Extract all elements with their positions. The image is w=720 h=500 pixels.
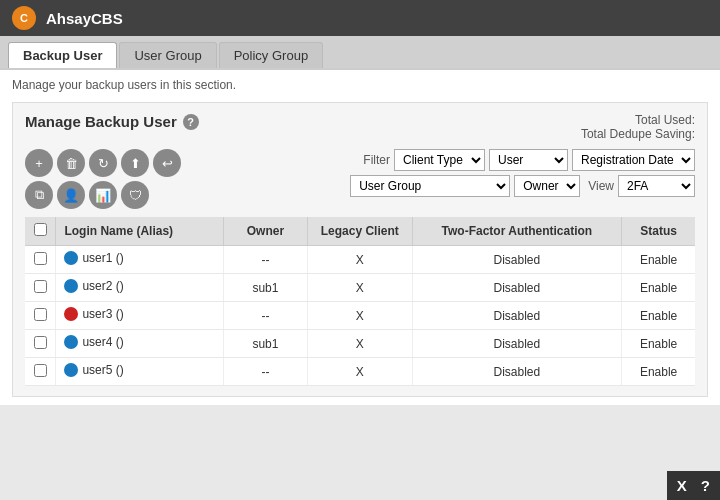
row-checkbox-cell — [25, 302, 56, 330]
user-group-select[interactable]: User Group All Groups — [350, 175, 510, 197]
toolbar-section: + 🗑 ↻ ⬆ ↩ ⧉ 👤 📊 🛡 — [25, 149, 350, 209]
col-header-twofa: Two-Factor Authentication — [412, 217, 622, 246]
row-twofa: Disabled — [412, 358, 622, 386]
row-twofa: Disabled — [412, 330, 622, 358]
row-login: user4 () — [56, 330, 224, 358]
row-checkbox-cell — [25, 246, 56, 274]
row-owner: -- — [224, 302, 308, 330]
row-login: user3 () — [56, 302, 224, 330]
row-owner: sub1 — [224, 330, 308, 358]
row-checkbox-cell — [25, 330, 56, 358]
row-checkbox-cell — [25, 274, 56, 302]
col-header-legacy: Legacy Client — [307, 217, 412, 246]
owner-select[interactable]: Owner All — [514, 175, 580, 197]
col-header-login: Login Name (Alias) — [56, 217, 224, 246]
user-select[interactable]: User All Users — [489, 149, 568, 171]
row-legacy: X — [307, 274, 412, 302]
row-status: Enable — [622, 302, 695, 330]
row-checkbox[interactable] — [34, 308, 47, 321]
help-icon[interactable]: ? — [183, 114, 199, 130]
col-header-check — [25, 217, 56, 246]
col-header-owner: Owner — [224, 217, 308, 246]
row-twofa: Disabled — [412, 246, 622, 274]
row-owner: -- — [224, 246, 308, 274]
select-all-checkbox[interactable] — [34, 223, 47, 236]
export-button[interactable]: ↩ — [153, 149, 181, 177]
table-row: user4 () sub1 X Disabled Enable — [25, 330, 695, 358]
registration-date-select[interactable]: Registration Date Today This Week — [572, 149, 695, 171]
content-area: Manage your backup users in this section… — [0, 68, 720, 405]
row-legacy: X — [307, 246, 412, 274]
tab-user-group[interactable]: User Group — [119, 42, 216, 68]
row-status: Enable — [622, 246, 695, 274]
row-checkbox[interactable] — [34, 336, 47, 349]
row-login: user5 () — [56, 358, 224, 386]
row-legacy: X — [307, 330, 412, 358]
tab-bar: Backup User User Group Policy Group — [0, 36, 720, 68]
panel-title-area: Manage Backup User ? — [25, 113, 199, 130]
shield-button[interactable]: 🛡 — [121, 181, 149, 209]
row-owner: -- — [224, 358, 308, 386]
users-table: Login Name (Alias) Owner Legacy Client T… — [25, 217, 695, 386]
row-login: user2 () — [56, 274, 224, 302]
filter-label: Filter — [363, 153, 390, 167]
add-button[interactable]: + — [25, 149, 53, 177]
help-button[interactable]: ? — [701, 477, 710, 494]
table-row: user1 () -- X Disabled Enable — [25, 246, 695, 274]
app-logo: C — [12, 6, 36, 30]
tab-policy-group[interactable]: Policy Group — [219, 42, 323, 68]
row-checkbox[interactable] — [34, 252, 47, 265]
view-label: View — [588, 179, 614, 193]
row-checkbox[interactable] — [34, 364, 47, 377]
app-title: AhsayCBS — [46, 10, 123, 27]
row-checkbox-cell — [25, 358, 56, 386]
delete-button[interactable]: 🗑 — [57, 149, 85, 177]
bottom-bar: X ? — [667, 471, 720, 500]
close-button[interactable]: X — [677, 477, 687, 494]
table-row: user2 () sub1 X Disabled Enable — [25, 274, 695, 302]
row-login: user1 () — [56, 246, 224, 274]
panel-header: Manage Backup User ? Total Used: Total D… — [25, 113, 695, 141]
row-status: Enable — [622, 358, 695, 386]
table-row: user3 () -- X Disabled Enable — [25, 302, 695, 330]
app-header: C AhsayCBS — [0, 0, 720, 36]
user-button[interactable]: 👤 — [57, 181, 85, 209]
client-type-select[interactable]: Client Type All Desktop Mobile — [394, 149, 485, 171]
row-owner: sub1 — [224, 274, 308, 302]
row-twofa: Disabled — [412, 302, 622, 330]
total-used-label: Total Used: — [581, 113, 695, 127]
view-select[interactable]: 2FA All Enabled Disabled — [618, 175, 695, 197]
panel-title-text: Manage Backup User — [25, 113, 177, 130]
filter-row-2: User Group All Groups Owner All View 2FA… — [350, 175, 695, 197]
chart-button[interactable]: 📊 — [89, 181, 117, 209]
refresh-button[interactable]: ↻ — [89, 149, 117, 177]
page-subtitle: Manage your backup users in this section… — [12, 78, 708, 92]
manage-panel: Manage Backup User ? Total Used: Total D… — [12, 102, 708, 397]
toolbar-row-1: + 🗑 ↻ ⬆ ↩ — [25, 149, 350, 177]
row-status: Enable — [622, 274, 695, 302]
col-header-status: Status — [622, 217, 695, 246]
import-button[interactable]: ⬆ — [121, 149, 149, 177]
tab-backup-user[interactable]: Backup User — [8, 42, 117, 68]
copy-button[interactable]: ⧉ — [25, 181, 53, 209]
row-twofa: Disabled — [412, 274, 622, 302]
total-info: Total Used: Total Dedupe Saving: — [581, 113, 695, 141]
toolbar-row-2: ⧉ 👤 📊 🛡 — [25, 181, 350, 209]
row-checkbox[interactable] — [34, 280, 47, 293]
table-header-row: Login Name (Alias) Owner Legacy Client T… — [25, 217, 695, 246]
total-dedup-label: Total Dedupe Saving: — [581, 127, 695, 141]
row-status: Enable — [622, 330, 695, 358]
row-legacy: X — [307, 358, 412, 386]
filter-section: Filter Client Type All Desktop Mobile Us… — [350, 149, 695, 209]
middle-area: + 🗑 ↻ ⬆ ↩ ⧉ 👤 📊 🛡 Filter — [25, 149, 695, 209]
row-legacy: X — [307, 302, 412, 330]
table-row: user5 () -- X Disabled Enable — [25, 358, 695, 386]
filter-row-1: Filter Client Type All Desktop Mobile Us… — [363, 149, 695, 171]
